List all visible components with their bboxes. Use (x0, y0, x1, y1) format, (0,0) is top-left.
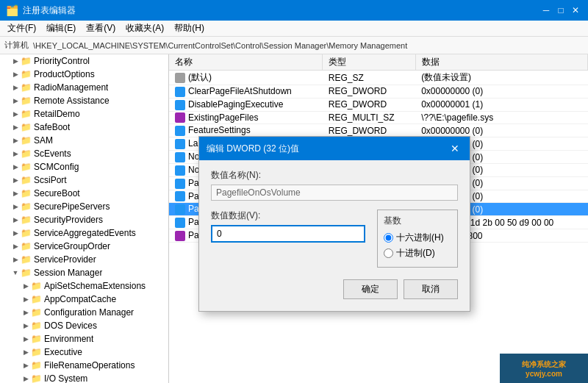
base-radio-group: 基数 十六进制(H) 十进制(D) (377, 210, 458, 268)
menu-edit[interactable]: 编辑(E) (42, 21, 80, 36)
table-row[interactable]: ExistingPageFilesREG_MULTI_SZ\??\E:\page… (169, 111, 588, 124)
tree-item-SessionManager[interactable]: ▼📁Session Manager (0, 266, 168, 279)
value-data-label: 数值数据(V): (211, 210, 365, 222)
registry-type-icon (175, 179, 185, 189)
maximize-button[interactable]: □ (554, 4, 567, 17)
tree-item-FileRenameOperations[interactable]: ▶📁FileRenameOperations (0, 359, 168, 372)
table-row[interactable]: ClearPageFileAtShutdownREG_DWORD0x000000… (169, 85, 588, 99)
tree-item-label: AppCompatCache (44, 294, 116, 304)
tree-item-SecurityProviders[interactable]: ▶📁SecurityProviders (0, 213, 168, 226)
folder-icon: 📁 (31, 307, 43, 318)
value-data-input[interactable] (211, 225, 365, 243)
folder-icon: 📁 (31, 347, 43, 357)
folder-icon: 📁 (21, 135, 32, 146)
tree-item-Executive[interactable]: ▶📁Executive (0, 346, 168, 359)
tree-item-SafeBoot[interactable]: ▶📁SafeBoot (0, 121, 168, 134)
tree-item-ScsiPort[interactable]: ▶📁ScsiPort (0, 173, 168, 187)
folder-icon: 📁 (31, 281, 43, 291)
tree-expand-icon: ▶ (10, 97, 21, 104)
value-name-cell: ClearPageFileAtShutdown (169, 85, 323, 99)
tree-item-ServiceProvider[interactable]: ▶📁ServiceProvider (0, 253, 168, 266)
folder-icon: 📁 (21, 82, 32, 93)
menu-file[interactable]: 文件(F) (3, 21, 40, 36)
tree-item-SecureBoot[interactable]: ▶📁SecureBoot (0, 187, 168, 200)
tree-item-ConfigurationManager[interactable]: ▶📁Configuration Manager (0, 306, 168, 319)
value-data-cell: \??\E:\pagefile.sys (415, 111, 587, 124)
dialog-title-bar: 编辑 DWORD (32 位)值 ✕ (199, 137, 470, 160)
tree-item-label: ScsiPort (34, 175, 67, 185)
value-name-label: 数值名称(N): (211, 169, 458, 182)
value-name-display: PagefileOnOsVolume (211, 185, 458, 201)
col-name-header: 名称 (169, 54, 323, 71)
tree-item-ApiSetSchemaExtensions[interactable]: ▶📁ApiSetSchemaExtensions (0, 279, 168, 293)
tree-item-SAM[interactable]: ▶📁SAM (0, 134, 168, 147)
folder-icon: 📁 (21, 228, 32, 238)
menu-view[interactable]: 查看(V) (82, 21, 120, 36)
tree-item-DOSDevices[interactable]: ▶📁DOS Devices (0, 319, 168, 332)
value-data-cell: 0x00000001 (1) (415, 98, 587, 111)
radio-dec-input[interactable] (384, 248, 393, 258)
tree-item-SCMConfig[interactable]: ▶📁SCMConfig (0, 160, 168, 173)
tree-item-label: Configuration Manager (44, 307, 134, 318)
menu-favorites[interactable]: 收藏夹(A) (121, 21, 168, 36)
dialog-ok-button[interactable]: 确定 (343, 279, 398, 299)
tree-item-PriorityControl[interactable]: ▶📁PriorityControl (0, 54, 168, 68)
value-data-cell: 0x00000000 (0) (415, 85, 587, 99)
registry-type-icon (175, 100, 185, 110)
tree-expand-icon: ▶ (10, 163, 21, 171)
radio-hex-input[interactable] (384, 233, 393, 243)
tree-item-ServiceAggregatedEvents[interactable]: ▶📁ServiceAggregatedEvents (0, 226, 168, 240)
tree-item-AppCompatCache[interactable]: ▶📁AppCompatCache (0, 293, 168, 306)
dialog-input-row: 数值数据(V): 基数 十六进制(H) 十进制(D) (211, 210, 458, 268)
tree-item-label: SecurePipeServers (34, 201, 110, 212)
tree-item-label: Session Manager (34, 268, 102, 278)
tree-item-label: SAM (34, 135, 53, 146)
tree-item-RetailDemo[interactable]: ▶📁RetailDemo (0, 107, 168, 121)
minimize-button[interactable]: ─ (539, 4, 553, 17)
folder-icon: 📁 (21, 109, 32, 119)
title-bar: 🗂️ 注册表编辑器 ─ □ ✕ (0, 0, 588, 21)
watermark: 纯净系统之家 ycwjy.com (500, 354, 588, 383)
col-data-header: 数据 (415, 54, 587, 71)
dialog-close-button[interactable]: ✕ (448, 141, 462, 156)
tree-item-label: Remote Assistance (34, 96, 110, 106)
folder-icon: 📁 (31, 334, 43, 344)
value-name-cell: (默认) (169, 71, 323, 85)
tree-expand-icon: ▶ (10, 124, 21, 131)
value-data-section: 数值数据(V): (211, 210, 365, 243)
tree-item-Environment[interactable]: ▶📁Environment (0, 332, 168, 346)
folder-icon: 📁 (21, 201, 32, 212)
folder-icon: 📁 (21, 254, 32, 265)
radio-hex-label[interactable]: 十六进制(H) (384, 232, 451, 244)
tree-expand-icon: ▶ (21, 375, 31, 382)
folder-icon: 📁 (21, 56, 32, 66)
tree-expand-icon: ▶ (10, 150, 21, 157)
menu-help[interactable]: 帮助(H) (170, 21, 209, 36)
dialog-cancel-button[interactable]: 取消 (404, 279, 458, 299)
tree-expand-icon: ▶ (21, 282, 31, 290)
tree-item-ProductOptions[interactable]: ▶📁ProductOptions (0, 68, 168, 81)
tree-expand-icon: ▶ (21, 296, 31, 303)
tree-item-label: I/O System (44, 373, 87, 383)
tree-item-label: RetailDemo (34, 109, 80, 119)
tree-item-label: ServiceAggregatedEvents (34, 228, 136, 238)
table-row[interactable]: DisablePagingExecutiveREG_DWORD0x0000000… (169, 98, 588, 111)
tree-item-RadioManagement[interactable]: ▶📁RadioManagement (0, 81, 168, 94)
folder-icon: 📁 (21, 188, 32, 198)
tree-item-ScEvents[interactable]: ▶📁ScEvents (0, 147, 168, 160)
tree-item-SecurePipeServers[interactable]: ▶📁SecurePipeServers (0, 200, 168, 213)
tree-item-label: SCMConfig (34, 162, 79, 172)
tree-item-IOSystem[interactable]: ▶📁I/O System (0, 372, 168, 383)
folder-icon: 📁 (21, 268, 32, 278)
value-name-cell: DisablePagingExecutive (169, 98, 323, 111)
radio-dec-label[interactable]: 十进制(D) (384, 247, 451, 259)
tree-expand-icon: ▶ (21, 322, 31, 329)
watermark-line1: 纯净系统之家 (522, 359, 566, 370)
value-type-cell: REG_SZ (323, 71, 415, 85)
close-button[interactable]: ✕ (569, 4, 582, 17)
tree-item-ServiceGroupOrder[interactable]: ▶📁ServiceGroupOrder (0, 240, 168, 253)
registry-type-icon (175, 231, 185, 241)
tree-item-RemoteAssistance[interactable]: ▶📁Remote Assistance (0, 94, 168, 107)
table-row[interactable]: (默认)REG_SZ(数值未设置) (169, 71, 588, 85)
folder-icon: 📁 (21, 162, 32, 172)
